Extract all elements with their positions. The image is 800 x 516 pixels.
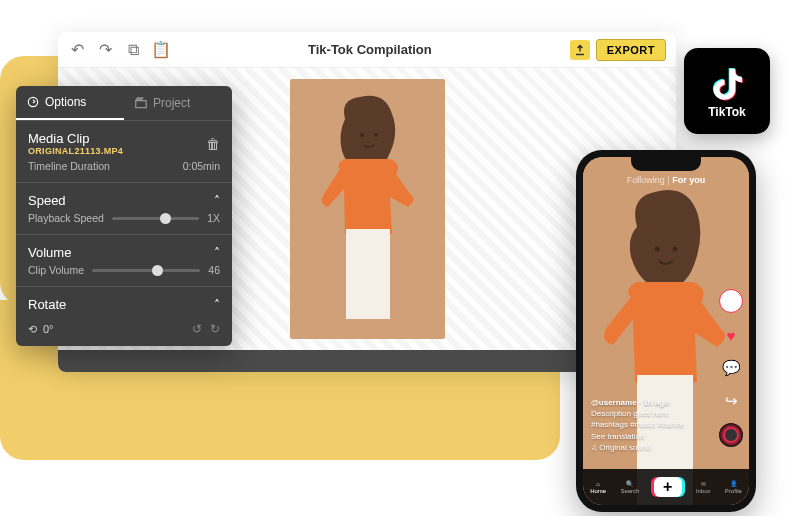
duration-label: Timeline Duration bbox=[28, 160, 110, 172]
svg-point-4 bbox=[374, 133, 378, 137]
svg-point-10 bbox=[655, 247, 660, 252]
media-clip-filename: ORIGINAL21113.MP4 bbox=[28, 146, 123, 156]
heart-icon[interactable]: ♥ bbox=[720, 324, 742, 346]
tab-options-label: Options bbox=[45, 95, 86, 109]
project-title: Tik-Tok Compilation bbox=[170, 42, 570, 57]
redo-icon[interactable]: ↷ bbox=[96, 41, 114, 59]
phone-notch bbox=[631, 157, 701, 171]
speed-slider[interactable] bbox=[112, 217, 199, 220]
tiktok-bottom-nav: ⌂Home 🔍Search + ✉Inbox 👤Profile bbox=[583, 469, 749, 505]
duration-value: 0:05min bbox=[183, 160, 220, 172]
playback-speed-label: Playback Speed bbox=[28, 212, 104, 224]
tiktok-logo-text: TikTok bbox=[708, 105, 746, 119]
svg-rect-2 bbox=[346, 229, 390, 319]
nav-inbox[interactable]: ✉Inbox bbox=[696, 480, 711, 494]
chevron-up-icon[interactable]: ˄ bbox=[214, 298, 220, 312]
sound-line[interactable]: ♫ Original sound bbox=[591, 442, 684, 453]
clip-volume-label: Clip Volume bbox=[28, 264, 84, 276]
comment-icon[interactable]: 💬 bbox=[720, 357, 742, 379]
copy-icon[interactable]: ⧉ bbox=[124, 41, 142, 59]
tiktok-icon bbox=[707, 63, 747, 103]
tiktok-video-info: @username · 1h ago Description goes here… bbox=[591, 397, 684, 453]
svg-rect-6 bbox=[136, 101, 147, 108]
phone-mockup: Following | For you ♥ 💬 ↪ @username · 1h… bbox=[576, 150, 756, 512]
home-icon: ⌂ bbox=[596, 481, 600, 487]
share-icon[interactable]: ↪ bbox=[720, 390, 742, 412]
svg-point-11 bbox=[673, 247, 678, 252]
description-line: Description goes here bbox=[591, 408, 684, 419]
paste-icon[interactable]: 📋 bbox=[152, 41, 170, 59]
profile-icon: 👤 bbox=[730, 480, 737, 487]
hashtags-line[interactable]: #hashtags #music #dance bbox=[591, 419, 684, 430]
rotate-value: 0° bbox=[43, 323, 54, 335]
rotate-reset-icon[interactable]: ⟲ bbox=[28, 323, 37, 336]
rotate-left-icon[interactable]: ↺ bbox=[192, 322, 202, 336]
sound-disc-icon[interactable] bbox=[719, 423, 743, 447]
tab-foryou[interactable]: For you bbox=[672, 175, 705, 185]
svg-point-3 bbox=[360, 133, 364, 137]
chevron-up-icon[interactable]: ˄ bbox=[214, 194, 220, 208]
tab-project-label: Project bbox=[153, 96, 190, 110]
clapper-icon bbox=[134, 96, 148, 110]
video-clip-preview[interactable] bbox=[290, 79, 445, 339]
nav-search[interactable]: 🔍Search bbox=[620, 480, 639, 494]
chevron-up-icon[interactable]: ˄ bbox=[214, 246, 220, 260]
rotate-section-title: Rotate bbox=[28, 297, 66, 312]
avatar-icon[interactable] bbox=[719, 289, 743, 313]
person-dancing-illustration bbox=[290, 79, 445, 339]
speed-value: 1X bbox=[207, 212, 220, 224]
rotate-right-icon[interactable]: ↻ bbox=[210, 322, 220, 336]
username-line[interactable]: @username · 1h ago bbox=[591, 397, 684, 408]
volume-slider[interactable] bbox=[92, 269, 200, 272]
media-clip-title: Media Clip bbox=[28, 131, 123, 146]
nav-profile[interactable]: 👤Profile bbox=[725, 480, 742, 494]
volume-section-title: Volume bbox=[28, 245, 71, 260]
inbox-icon: ✉ bbox=[701, 480, 706, 487]
undo-icon[interactable]: ↶ bbox=[68, 41, 86, 59]
tiktok-logo-badge: TikTok bbox=[684, 48, 770, 134]
options-panel: Options Project Media Clip ORIGINAL21113… bbox=[16, 86, 232, 346]
tiktok-top-tabs: Following | For you bbox=[583, 175, 749, 185]
search-icon: 🔍 bbox=[626, 480, 633, 487]
nav-home[interactable]: ⌂Home bbox=[590, 481, 606, 494]
speed-section-title: Speed bbox=[28, 193, 66, 208]
volume-value: 46 bbox=[208, 264, 220, 276]
tab-project[interactable]: Project bbox=[124, 86, 232, 120]
see-translation[interactable]: See translation bbox=[591, 431, 684, 442]
export-button[interactable]: EXPORT bbox=[596, 39, 666, 61]
wrench-icon bbox=[26, 95, 40, 109]
svg-point-5 bbox=[28, 97, 37, 106]
nav-add-button[interactable]: + bbox=[654, 477, 682, 497]
editor-topbar: ↶ ↷ ⧉ 📋 Tik-Tok Compilation EXPORT bbox=[58, 32, 676, 68]
trash-icon[interactable]: 🗑 bbox=[206, 136, 220, 152]
export-icon[interactable] bbox=[570, 40, 590, 60]
tab-options[interactable]: Options bbox=[16, 86, 124, 120]
tab-following[interactable]: Following bbox=[627, 175, 665, 185]
